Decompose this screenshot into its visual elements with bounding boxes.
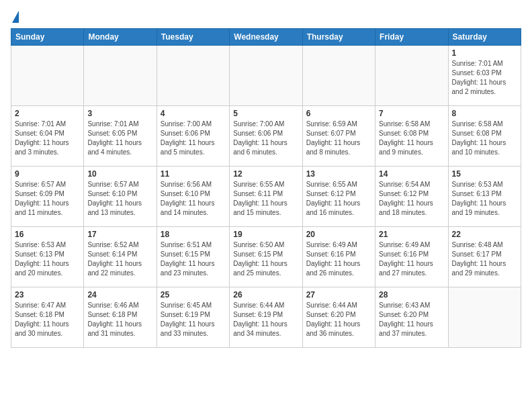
calendar-cell: 3Sunrise: 7:01 AM Sunset: 6:05 PM Daylig… <box>84 106 157 167</box>
logo <box>11 11 19 23</box>
calendar-header-row: SundayMondayTuesdayWednesdayThursdayFrid… <box>11 29 521 46</box>
page-header <box>11 11 521 23</box>
day-number: 6 <box>306 109 371 118</box>
day-number: 25 <box>161 290 226 300</box>
calendar-cell <box>375 46 448 106</box>
day-number: 2 <box>15 109 80 118</box>
day-number: 28 <box>379 290 444 300</box>
calendar-cell: 18Sunrise: 6:51 AM Sunset: 6:15 PM Dayli… <box>157 227 229 287</box>
calendar-cell: 14Sunrise: 6:54 AM Sunset: 6:12 PM Dayli… <box>375 167 448 227</box>
day-info: Sunrise: 6:53 AM Sunset: 6:13 PM Dayligh… <box>452 180 517 218</box>
day-info: Sunrise: 6:58 AM Sunset: 6:08 PM Dayligh… <box>452 120 517 157</box>
day-number: 20 <box>306 230 371 239</box>
day-number: 3 <box>87 109 152 118</box>
calendar-cell: 5Sunrise: 7:00 AM Sunset: 6:06 PM Daylig… <box>230 106 302 167</box>
day-number: 1 <box>452 48 517 58</box>
calendar-cell: 27Sunrise: 6:44 AM Sunset: 6:20 PM Dayli… <box>302 287 375 348</box>
day-number: 9 <box>15 169 80 179</box>
calendar-cell: 4Sunrise: 7:00 AM Sunset: 6:06 PM Daylig… <box>157 106 229 167</box>
calendar-week-row: 2Sunrise: 7:01 AM Sunset: 6:04 PM Daylig… <box>11 106 521 167</box>
day-number: 14 <box>379 169 444 179</box>
day-number: 22 <box>452 230 517 239</box>
calendar-cell: 8Sunrise: 6:58 AM Sunset: 6:08 PM Daylig… <box>448 106 521 167</box>
day-header-sunday: Sunday <box>11 29 84 46</box>
day-number: 18 <box>161 230 226 239</box>
calendar-cell: 2Sunrise: 7:01 AM Sunset: 6:04 PM Daylig… <box>11 106 84 167</box>
calendar-cell <box>11 46 84 106</box>
calendar-week-row: 23Sunrise: 6:47 AM Sunset: 6:18 PM Dayli… <box>11 287 521 348</box>
calendar-cell: 22Sunrise: 6:48 AM Sunset: 6:17 PM Dayli… <box>448 227 521 287</box>
day-info: Sunrise: 6:59 AM Sunset: 6:07 PM Dayligh… <box>306 120 371 157</box>
day-info: Sunrise: 6:56 AM Sunset: 6:10 PM Dayligh… <box>161 180 226 218</box>
day-info: Sunrise: 7:00 AM Sunset: 6:06 PM Dayligh… <box>233 120 298 157</box>
calendar-cell: 19Sunrise: 6:50 AM Sunset: 6:15 PM Dayli… <box>230 227 302 287</box>
calendar-cell: 9Sunrise: 6:57 AM Sunset: 6:09 PM Daylig… <box>11 167 84 227</box>
day-info: Sunrise: 7:01 AM Sunset: 6:03 PM Dayligh… <box>452 59 517 97</box>
calendar-cell <box>84 46 157 106</box>
day-info: Sunrise: 6:57 AM Sunset: 6:09 PM Dayligh… <box>15 180 80 218</box>
day-header-tuesday: Tuesday <box>157 29 229 46</box>
calendar-cell: 17Sunrise: 6:52 AM Sunset: 6:14 PM Dayli… <box>84 227 157 287</box>
calendar-week-row: 1Sunrise: 7:01 AM Sunset: 6:03 PM Daylig… <box>11 46 521 106</box>
day-header-saturday: Saturday <box>448 29 521 46</box>
day-header-friday: Friday <box>375 29 448 46</box>
day-info: Sunrise: 6:44 AM Sunset: 6:19 PM Dayligh… <box>233 301 298 338</box>
day-info: Sunrise: 7:01 AM Sunset: 6:04 PM Dayligh… <box>15 120 80 157</box>
calendar-cell <box>157 46 229 106</box>
day-number: 15 <box>452 169 517 179</box>
calendar-week-row: 16Sunrise: 6:53 AM Sunset: 6:13 PM Dayli… <box>11 227 521 287</box>
calendar-cell: 28Sunrise: 6:43 AM Sunset: 6:20 PM Dayli… <box>375 287 448 348</box>
day-number: 16 <box>15 230 80 239</box>
calendar-cell: 20Sunrise: 6:49 AM Sunset: 6:16 PM Dayli… <box>302 227 375 287</box>
day-number: 10 <box>87 169 152 179</box>
day-info: Sunrise: 6:43 AM Sunset: 6:20 PM Dayligh… <box>379 301 444 338</box>
day-number: 7 <box>379 109 444 118</box>
day-number: 26 <box>233 290 298 300</box>
day-info: Sunrise: 6:47 AM Sunset: 6:18 PM Dayligh… <box>15 301 80 338</box>
calendar-cell: 23Sunrise: 6:47 AM Sunset: 6:18 PM Dayli… <box>11 287 84 348</box>
calendar-week-row: 9Sunrise: 6:57 AM Sunset: 6:09 PM Daylig… <box>11 167 521 227</box>
day-number: 11 <box>161 169 226 179</box>
calendar-cell: 21Sunrise: 6:49 AM Sunset: 6:16 PM Dayli… <box>375 227 448 287</box>
day-number: 24 <box>87 290 152 300</box>
calendar-cell: 6Sunrise: 6:59 AM Sunset: 6:07 PM Daylig… <box>302 106 375 167</box>
day-info: Sunrise: 6:55 AM Sunset: 6:12 PM Dayligh… <box>306 180 371 218</box>
day-header-thursday: Thursday <box>302 29 375 46</box>
day-info: Sunrise: 6:50 AM Sunset: 6:15 PM Dayligh… <box>233 240 298 278</box>
day-number: 21 <box>379 230 444 239</box>
day-info: Sunrise: 6:48 AM Sunset: 6:17 PM Dayligh… <box>452 240 517 278</box>
calendar-cell: 25Sunrise: 6:45 AM Sunset: 6:19 PM Dayli… <box>157 287 229 348</box>
calendar-cell <box>448 287 521 348</box>
day-number: 4 <box>161 109 226 118</box>
logo-triangle-icon <box>12 11 19 23</box>
day-number: 8 <box>452 109 517 118</box>
calendar-cell: 13Sunrise: 6:55 AM Sunset: 6:12 PM Dayli… <box>302 167 375 227</box>
day-info: Sunrise: 6:49 AM Sunset: 6:16 PM Dayligh… <box>379 240 444 278</box>
day-header-wednesday: Wednesday <box>230 29 302 46</box>
day-info: Sunrise: 6:55 AM Sunset: 6:11 PM Dayligh… <box>233 180 298 218</box>
calendar-table: SundayMondayTuesdayWednesdayThursdayFrid… <box>11 28 521 348</box>
day-number: 19 <box>233 230 298 239</box>
day-info: Sunrise: 6:53 AM Sunset: 6:13 PM Dayligh… <box>15 240 80 278</box>
calendar-cell: 24Sunrise: 6:46 AM Sunset: 6:18 PM Dayli… <box>84 287 157 348</box>
day-number: 12 <box>233 169 298 179</box>
day-info: Sunrise: 6:49 AM Sunset: 6:16 PM Dayligh… <box>306 240 371 278</box>
calendar-cell: 16Sunrise: 6:53 AM Sunset: 6:13 PM Dayli… <box>11 227 84 287</box>
calendar-cell: 1Sunrise: 7:01 AM Sunset: 6:03 PM Daylig… <box>448 46 521 106</box>
day-info: Sunrise: 6:54 AM Sunset: 6:12 PM Dayligh… <box>379 180 444 218</box>
day-info: Sunrise: 6:57 AM Sunset: 6:10 PM Dayligh… <box>87 180 152 218</box>
day-number: 17 <box>87 230 152 239</box>
calendar-cell <box>230 46 302 106</box>
day-info: Sunrise: 6:52 AM Sunset: 6:14 PM Dayligh… <box>87 240 152 278</box>
day-info: Sunrise: 6:44 AM Sunset: 6:20 PM Dayligh… <box>306 301 371 338</box>
day-info: Sunrise: 7:01 AM Sunset: 6:05 PM Dayligh… <box>87 120 152 157</box>
day-number: 27 <box>306 290 371 300</box>
calendar-cell: 7Sunrise: 6:58 AM Sunset: 6:08 PM Daylig… <box>375 106 448 167</box>
day-number: 5 <box>233 109 298 118</box>
day-header-monday: Monday <box>84 29 157 46</box>
day-info: Sunrise: 6:45 AM Sunset: 6:19 PM Dayligh… <box>161 301 226 338</box>
calendar-cell <box>302 46 375 106</box>
day-number: 23 <box>15 290 80 300</box>
day-info: Sunrise: 6:58 AM Sunset: 6:08 PM Dayligh… <box>379 120 444 157</box>
calendar-cell: 26Sunrise: 6:44 AM Sunset: 6:19 PM Dayli… <box>230 287 302 348</box>
